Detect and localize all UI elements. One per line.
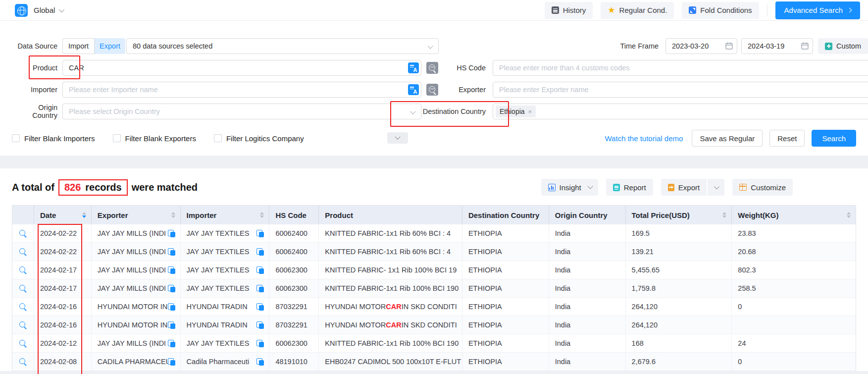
chevron-down-icon[interactable] xyxy=(59,6,64,12)
cell-exporter: JAY JAY MILLS (INDI xyxy=(92,279,181,297)
hs-code-input[interactable] xyxy=(493,60,868,76)
origin-country-select[interactable]: Please select Origin Country xyxy=(62,104,421,119)
copy-icon[interactable] xyxy=(256,340,264,347)
fold-conditions-button[interactable]: Fold Conditions xyxy=(682,2,759,19)
table-body: 2024-02-22 JAY JAY MILLS (INDI JAY JAY T… xyxy=(12,224,856,371)
sort-icon[interactable] xyxy=(847,212,851,218)
tutorial-demo-link[interactable]: Watch the tutorial demo xyxy=(605,134,683,143)
cell-weight xyxy=(732,316,856,334)
header-importer[interactable]: Importer xyxy=(181,206,270,224)
copy-icon[interactable] xyxy=(256,267,264,274)
copy-icon[interactable] xyxy=(168,340,175,347)
custom-range-button[interactable]: Custom xyxy=(818,38,868,54)
export-tab[interactable]: Export xyxy=(95,38,125,54)
report-button[interactable]: Report xyxy=(606,179,653,196)
header-weight[interactable]: Weight(KG) xyxy=(732,206,856,224)
copy-icon[interactable] xyxy=(256,230,264,237)
reset-button[interactable]: Reset xyxy=(769,130,805,147)
translate-icon[interactable] xyxy=(408,62,419,73)
exclude-search-icon[interactable] xyxy=(426,84,438,96)
cell-weight: 802.3 xyxy=(732,261,856,279)
row-detail-magnifier-icon[interactable] xyxy=(19,303,27,311)
data-sources-select[interactable]: 80 data sources selected xyxy=(126,38,439,54)
advanced-search-button[interactable]: Advanced Search xyxy=(775,1,860,19)
importer-input[interactable] xyxy=(62,82,421,98)
table-row: 2024-02-08 CADILA PHARMACEUT Cadila Phar… xyxy=(12,353,856,371)
insight-button[interactable]: Insight xyxy=(541,179,598,196)
copy-icon[interactable] xyxy=(168,358,175,366)
regular-cond-button[interactable]: ★ Regular Cond. xyxy=(601,2,674,19)
copy-icon[interactable] xyxy=(256,248,264,256)
header-date[interactable]: Date xyxy=(34,206,92,224)
total-suffix: were matched xyxy=(132,182,198,193)
copy-icon[interactable] xyxy=(168,303,175,311)
copy-icon[interactable] xyxy=(168,230,175,237)
row-detail-magnifier-icon[interactable] xyxy=(19,321,27,329)
destination-tag: Ethiopia× xyxy=(496,106,536,117)
copy-icon[interactable] xyxy=(168,285,175,292)
advanced-search-label: Advanced Search xyxy=(784,6,843,14)
search-button[interactable]: Search xyxy=(812,130,856,147)
cell-destination: ETHIOPIA xyxy=(462,353,549,371)
header-total-price[interactable]: Total Price(USD) xyxy=(626,206,732,224)
filter-blank-importers-checkbox[interactable]: Filter Blank Importers xyxy=(12,134,95,143)
cell-weight: 23.83 xyxy=(732,224,856,242)
record-count: 826 xyxy=(64,182,81,193)
copy-icon[interactable] xyxy=(168,248,175,256)
row-detail-magnifier-icon[interactable] xyxy=(19,248,27,256)
region-selector-label[interactable]: Global xyxy=(34,6,55,14)
cell-date: 2024-02-16 xyxy=(34,316,92,334)
destination-country-select[interactable]: Ethiopia× xyxy=(493,104,868,119)
sort-icon[interactable] xyxy=(82,212,86,218)
sort-icon[interactable] xyxy=(260,212,264,218)
copy-icon[interactable] xyxy=(256,303,264,311)
row-detail-magnifier-icon[interactable] xyxy=(19,339,27,347)
row-detail-magnifier-icon[interactable] xyxy=(19,284,27,292)
header-origin-label: Origin Country xyxy=(555,211,608,219)
importer-name: JAY JAY TEXTILES xyxy=(187,339,250,347)
copy-icon[interactable] xyxy=(168,321,175,329)
cell-exporter: JAY JAY MILLS (INDI xyxy=(92,334,181,352)
copy-icon[interactable] xyxy=(168,267,175,274)
cell-total-price: 168 xyxy=(626,334,732,352)
globe-logo-icon xyxy=(15,4,28,17)
cell-product: KNITTED FABRIC-1x1 Rib 100% BCI 190 xyxy=(319,334,462,352)
results-table: Date Exporter Importer HS Code Product D… xyxy=(12,205,856,371)
export-button[interactable]: Export xyxy=(661,179,707,196)
chevron-down-icon xyxy=(395,134,400,139)
exporter-input[interactable] xyxy=(493,82,868,98)
product-input[interactable] xyxy=(62,60,421,76)
cell-hs-code: 60062400 xyxy=(269,243,319,261)
sort-icon[interactable] xyxy=(171,212,175,218)
cell-origin: India xyxy=(549,261,626,279)
cell-origin: India xyxy=(549,334,626,352)
copy-icon[interactable] xyxy=(256,285,264,292)
header-destination-country: Destination Country xyxy=(462,206,549,224)
cell-origin: India xyxy=(549,243,626,261)
customize-button[interactable]: Customize xyxy=(732,179,793,196)
cell-total-price: 2,679.6 xyxy=(626,353,732,371)
product-text: EHB0247 CADIMOL 500 100x10T E-FLUT xyxy=(325,358,461,366)
cell-product: HYUNDAI MOTOR CAR IN SKD CONDITI xyxy=(319,316,462,334)
row-detail-magnifier-icon[interactable] xyxy=(19,266,27,274)
import-tab[interactable]: Import xyxy=(62,38,95,54)
filter-logitics-company-checkbox[interactable]: Filter Logitics Company xyxy=(214,134,304,143)
cell-destination: ETHIOPIA xyxy=(462,316,549,334)
tag-close-icon[interactable]: × xyxy=(528,108,532,115)
sort-icon[interactable] xyxy=(722,212,726,218)
collapse-conditions-button[interactable] xyxy=(387,132,408,144)
translate-icon[interactable] xyxy=(408,84,419,95)
exclude-search-icon[interactable] xyxy=(426,62,438,74)
save-as-regular-button[interactable]: Save as Regular xyxy=(692,130,763,147)
header-exporter[interactable]: Exporter xyxy=(92,206,181,224)
row-detail-magnifier-icon[interactable] xyxy=(19,358,27,366)
filter-blank-exporters-checkbox[interactable]: Filter Blank Exporters xyxy=(113,134,196,143)
product-text: KNITTED FABRIC- 1x1 Rib 100% BCI 19 xyxy=(325,266,457,274)
history-button[interactable]: History xyxy=(545,2,593,19)
row-detail-magnifier-icon[interactable] xyxy=(19,229,27,237)
exporter-name: JAY JAY MILLS (INDI xyxy=(98,266,166,274)
copy-icon[interactable] xyxy=(256,321,264,329)
cell-hs-code: 87032291 xyxy=(269,298,319,316)
export-options-button[interactable] xyxy=(708,179,724,196)
copy-icon[interactable] xyxy=(256,358,264,366)
